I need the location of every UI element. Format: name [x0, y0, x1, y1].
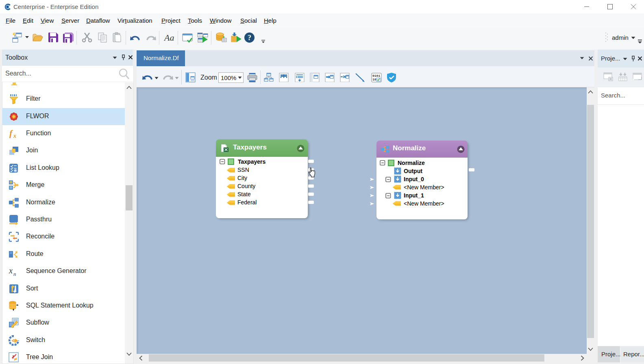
svg-text:n: n: [13, 271, 16, 277]
svg-text:f: f: [9, 128, 13, 138]
svg-text:x: x: [9, 266, 13, 275]
svg-text:0101: 0101: [372, 74, 380, 78]
svg-text:?: ?: [248, 34, 251, 42]
svg-text:10: 10: [372, 78, 376, 81]
svg-text:x: x: [13, 133, 16, 139]
